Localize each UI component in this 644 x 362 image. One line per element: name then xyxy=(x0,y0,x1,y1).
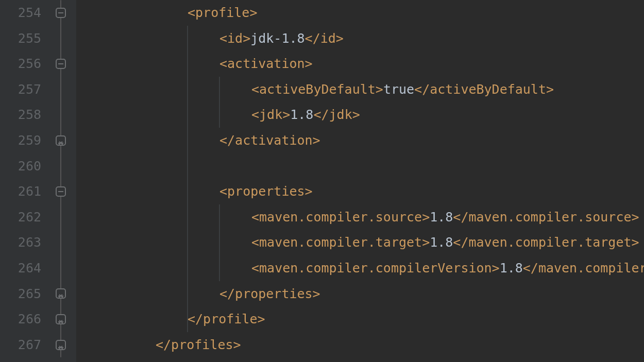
line-number: 261 xyxy=(0,179,41,204)
line-number: 266 xyxy=(0,306,41,332)
xml-tag: </maven.compiler.target> xyxy=(453,235,639,250)
code-line[interactable]: <profile> xyxy=(76,0,644,26)
xml-tag: </profile> xyxy=(188,312,265,326)
code-line[interactable]: </properties> xyxy=(76,281,644,307)
indent-guide xyxy=(187,51,188,77)
code-line-content: </activation> xyxy=(76,133,320,148)
code-line-content xyxy=(76,159,92,174)
indent-guide xyxy=(187,204,188,230)
line-number: 267 xyxy=(0,332,41,358)
line-number: 264 xyxy=(0,255,41,281)
code-line-content: <id>jdk-1.8</id> xyxy=(76,31,344,46)
code-line[interactable]: <maven.compiler.source>1.8</maven.compil… xyxy=(76,204,644,230)
xml-tag: <maven.compiler.target> xyxy=(251,235,430,250)
code-area[interactable]: <profile><id>jdk-1.8</id><activation><ac… xyxy=(76,0,644,362)
indent-guide xyxy=(187,102,188,128)
xml-text: 1.8 xyxy=(500,261,523,275)
xml-tag: </maven.compiler.source> xyxy=(453,210,639,225)
xml-tag: <properties> xyxy=(219,184,313,199)
fold-expand-up-icon[interactable] xyxy=(56,340,66,350)
code-line[interactable]: <activation> xyxy=(76,51,644,77)
xml-tag: </maven.compiler.compilerVersion> xyxy=(523,261,644,275)
code-line-content: <profile> xyxy=(76,5,257,20)
code-line-content: <maven.compiler.compilerVersion>1.8</mav… xyxy=(76,261,644,275)
code-line[interactable]: <properties> xyxy=(76,179,644,204)
code-line-content: <activeByDefault>true</activeByDefault> xyxy=(76,82,554,97)
indent-guide xyxy=(187,128,188,153)
code-line-content: <properties> xyxy=(76,184,313,199)
xml-tag: <maven.compiler.source> xyxy=(251,210,430,225)
code-line[interactable] xyxy=(76,153,644,179)
indent-guide xyxy=(219,102,220,128)
code-line-content: <maven.compiler.source>1.8</maven.compil… xyxy=(76,210,639,225)
fold-strip xyxy=(50,0,76,362)
code-line[interactable]: <activeByDefault>true</activeByDefault> xyxy=(76,77,644,102)
xml-tag: </jdk> xyxy=(313,107,360,122)
indent-guide xyxy=(219,204,220,230)
fold-collapse-icon[interactable] xyxy=(56,59,66,69)
line-number: 257 xyxy=(0,77,41,102)
fold-expand-up-icon[interactable] xyxy=(56,314,66,324)
line-number: 259 xyxy=(0,128,41,153)
fold-expand-up-icon[interactable] xyxy=(56,288,66,299)
indent-guide xyxy=(187,153,188,179)
xml-text: true xyxy=(383,82,414,97)
indent-guide xyxy=(187,281,188,307)
code-line-content: </properties> xyxy=(76,286,320,301)
xml-text: 1.8 xyxy=(290,107,313,122)
fold-expand-up-icon[interactable] xyxy=(56,135,66,146)
indent-guide xyxy=(187,179,188,204)
code-line-content: <activation> xyxy=(76,56,313,71)
line-number: 254 xyxy=(0,0,41,26)
code-line[interactable]: </profile> xyxy=(76,306,644,332)
indent-guide xyxy=(187,306,188,332)
xml-tag: <profile> xyxy=(188,5,257,20)
fold-gutter xyxy=(50,0,76,362)
line-number: 262 xyxy=(0,204,41,230)
xml-tag: </profiles> xyxy=(156,337,241,352)
code-line-content: </profiles> xyxy=(76,337,241,352)
line-number-gutter: 2542552562572582592602612622632642652662… xyxy=(0,0,50,362)
xml-tag: <maven.compiler.compilerVersion> xyxy=(251,261,500,275)
xml-tag: </id> xyxy=(305,31,344,46)
xml-tag: <jdk> xyxy=(251,107,290,122)
indent-guide xyxy=(187,26,188,51)
indent-guide xyxy=(219,77,220,102)
code-inner: <profile><id>jdk-1.8</id><activation><ac… xyxy=(76,0,644,357)
code-line[interactable]: <maven.compiler.target>1.8</maven.compil… xyxy=(76,230,644,255)
xml-tag: </activation> xyxy=(219,133,320,148)
code-line[interactable]: <maven.compiler.compilerVersion>1.8</mav… xyxy=(76,255,644,281)
line-number: 263 xyxy=(0,230,41,255)
xml-tag: <activation> xyxy=(219,56,313,71)
indent-guide xyxy=(219,255,220,281)
xml-tag: <id> xyxy=(219,31,250,46)
line-number: 260 xyxy=(0,153,41,179)
indent-guide xyxy=(219,230,220,255)
line-number: 265 xyxy=(0,281,41,307)
xml-tag: </activeByDefault> xyxy=(414,82,554,97)
code-line[interactable]: </profiles> xyxy=(76,332,644,358)
indent-guide xyxy=(187,77,188,102)
code-line-content: <jdk>1.8</jdk> xyxy=(76,107,360,122)
indent-guide xyxy=(187,230,188,255)
line-number: 256 xyxy=(0,51,41,77)
indent-guide xyxy=(187,255,188,281)
code-line[interactable]: <jdk>1.8</jdk> xyxy=(76,102,644,128)
xml-text: 1.8 xyxy=(430,235,453,250)
line-number: 258 xyxy=(0,102,41,128)
fold-guide-line xyxy=(60,0,61,357)
xml-tag: <activeByDefault> xyxy=(251,82,383,97)
code-line-content: <maven.compiler.target>1.8</maven.compil… xyxy=(76,235,639,250)
code-line[interactable]: <id>jdk-1.8</id> xyxy=(76,26,644,51)
fold-collapse-icon[interactable] xyxy=(56,186,66,197)
xml-tag: </properties> xyxy=(219,286,320,301)
code-line[interactable]: </activation> xyxy=(76,128,644,153)
line-number: 255 xyxy=(0,26,41,51)
code-line-content: </profile> xyxy=(76,312,265,326)
xml-text: 1.8 xyxy=(430,210,453,225)
xml-text: jdk-1.8 xyxy=(250,31,304,46)
code-editor: 2542552562572582592602612622632642652662… xyxy=(0,0,644,362)
fold-collapse-icon[interactable] xyxy=(56,8,66,18)
